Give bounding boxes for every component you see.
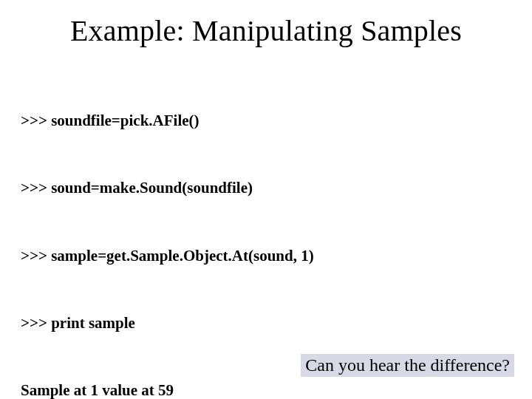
code-line: >>> print sample (21, 312, 511, 334)
code-line: >>> sample=get.Sample.Object.At(sound, 1… (21, 245, 511, 267)
code-line: Sample at 1 value at 59 (21, 379, 511, 399)
callout-box: Can you hear the difference? (301, 354, 514, 377)
code-line: >>> sound=make.Sound(soundfile) (21, 177, 511, 199)
code-block: >>> soundfile=pick.AFile() >>> sound=mak… (21, 64, 511, 399)
slide: Example: Manipulating Samples >>> soundf… (0, 0, 532, 399)
slide-title: Example: Manipulating Samples (21, 13, 511, 48)
code-line: >>> soundfile=pick.AFile() (21, 109, 511, 132)
